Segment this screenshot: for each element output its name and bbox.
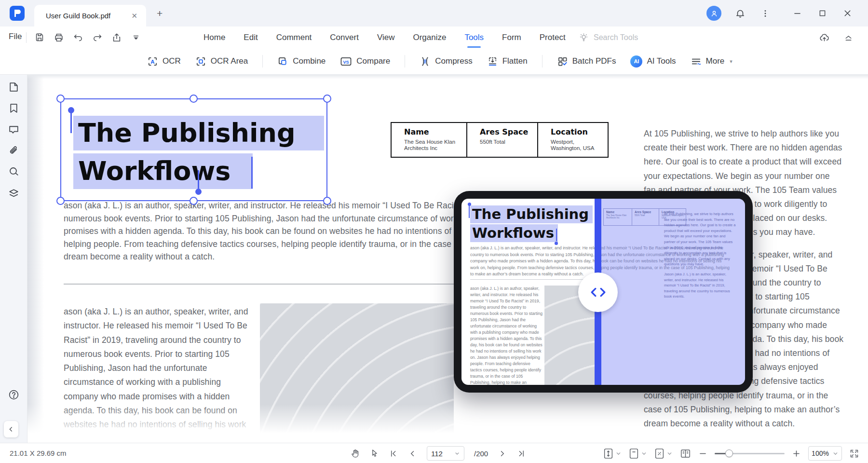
toolbar-collapse-icon[interactable]: [130, 31, 142, 44]
cloud-upload-icon[interactable]: [818, 31, 830, 44]
two-page-view-icon[interactable]: [680, 449, 691, 459]
menu-item-edit[interactable]: Edit: [243, 31, 258, 44]
page-number-field[interactable]: [431, 449, 451, 458]
minimize-button[interactable]: [791, 7, 803, 20]
menu-item-convert[interactable]: Convert: [329, 31, 360, 44]
tool-compress[interactable]: Compress: [420, 56, 472, 67]
menu-item-comment[interactable]: Comment: [275, 31, 313, 44]
maximize-button[interactable]: [816, 7, 828, 20]
selection-handle-s[interactable]: [190, 197, 198, 205]
select-tool-icon[interactable]: [370, 449, 380, 458]
table-cell: Location Westport,Washington, USA: [537, 123, 610, 157]
selection-box[interactable]: [60, 98, 327, 201]
fit-height-control[interactable]: [603, 448, 622, 460]
print-icon[interactable]: [53, 31, 65, 44]
kebab-menu-icon[interactable]: [759, 7, 772, 20]
notifications-bell-icon[interactable]: [734, 7, 746, 20]
text-line: promises with a hidden agenda. To this d…: [64, 225, 484, 238]
chevron-down-icon: ▾: [730, 58, 732, 65]
avatar[interactable]: [706, 6, 721, 21]
flatten-icon: [487, 56, 498, 67]
page-thumbnails-icon[interactable]: [8, 81, 20, 93]
selection-handle-se[interactable]: [323, 197, 331, 205]
ocr-area-icon: [195, 56, 206, 67]
chevron-down-icon: [641, 450, 647, 457]
divider: [262, 55, 263, 68]
divider: [26, 32, 27, 43]
comparison-slider-handle[interactable]: [578, 272, 618, 312]
tool-ai-tools[interactable]: AI AI Tools: [630, 55, 676, 68]
help-icon[interactable]: [8, 389, 20, 401]
search-icon[interactable]: [8, 165, 20, 177]
table-cell: Name The Sea House KlanArchitects Inc: [392, 123, 466, 157]
tool-flatten[interactable]: Flatten: [487, 56, 528, 67]
hand-tool-icon[interactable]: [350, 449, 360, 459]
search-tools-input[interactable]: [594, 33, 695, 42]
app-logo-icon[interactable]: [10, 6, 25, 21]
document-tab[interactable]: User Guild Book.pdf ✕: [34, 5, 146, 27]
comments-icon[interactable]: [8, 123, 20, 136]
undo-icon[interactable]: [72, 31, 84, 44]
last-page-icon[interactable]: [516, 449, 526, 458]
tool-ocr[interactable]: A OCR: [147, 56, 181, 67]
tool-combine[interactable]: Combine: [277, 56, 326, 67]
zoom-level-select[interactable]: 100%: [808, 446, 842, 461]
redo-icon[interactable]: [91, 31, 104, 44]
fullscreen-icon[interactable]: [849, 449, 859, 459]
ocr-icon: A: [147, 56, 158, 67]
bookmarks-icon[interactable]: [8, 102, 20, 114]
menu-item-protect[interactable]: Protect: [539, 31, 567, 44]
zoom-in-icon[interactable]: [792, 449, 801, 458]
text-line: helping people. From teaching defensive …: [64, 238, 484, 251]
menu-item-form[interactable]: Form: [501, 31, 522, 44]
menu-item-organize[interactable]: Organize: [412, 31, 447, 44]
zoom-slider[interactable]: [715, 449, 785, 457]
first-page-icon[interactable]: [389, 449, 398, 458]
selection-handle-n[interactable]: [190, 95, 198, 103]
zoom-out-icon[interactable]: [698, 449, 707, 458]
chevron-left-icon: [590, 287, 597, 297]
combine-icon: [277, 56, 288, 67]
close-button[interactable]: [841, 7, 854, 20]
chevron-down-icon: [615, 450, 622, 457]
fit-page-control[interactable]: [629, 448, 647, 460]
share-icon[interactable]: [110, 31, 123, 44]
page-dimensions-label: 21.01 X 29.69 cm: [10, 449, 67, 457]
layers-icon[interactable]: [8, 187, 20, 199]
save-icon[interactable]: [33, 31, 46, 44]
mini-gripper-stem: [469, 205, 470, 218]
tool-batch-pdfs[interactable]: Batch PDFs: [557, 56, 616, 67]
doc-divider-rule: [64, 284, 454, 285]
sidebar-collapse-button[interactable]: [4, 421, 18, 437]
selection-handle-ne[interactable]: [323, 95, 331, 103]
tool-ocr-area[interactable]: OCR Area: [195, 56, 248, 67]
selection-handle-sw[interactable]: [56, 197, 65, 205]
text-line: dream become a reality without a catch.: [64, 250, 484, 263]
selection-start-stem: [70, 113, 72, 133]
selection-end-stem: [198, 170, 199, 189]
selection-end-gripper[interactable]: [195, 189, 202, 195]
tab-close-icon[interactable]: ✕: [129, 11, 139, 21]
left-panel-sidebar: [0, 75, 27, 443]
menu-item-home[interactable]: Home: [203, 31, 226, 44]
previous-page-icon[interactable]: [408, 449, 417, 458]
document-canvas[interactable]: The Publishing Workflows Name The Sea Ho…: [27, 75, 868, 443]
page-number-input[interactable]: [427, 446, 464, 461]
collapse-ribbon-icon[interactable]: [842, 31, 854, 44]
attachments-icon[interactable]: [8, 145, 20, 157]
chevron-down-icon: [666, 450, 673, 457]
mini-heading-line1: The Publishing: [470, 205, 593, 223]
zoom-mode-control[interactable]: [654, 448, 673, 460]
zoom-slider-thumb[interactable]: [725, 449, 733, 457]
menu-item-tools[interactable]: Tools: [463, 31, 485, 44]
tool-compare[interactable]: VS Compare: [340, 56, 390, 67]
next-page-icon[interactable]: [498, 449, 507, 458]
divider: [405, 55, 405, 68]
mini-gripper-stem: [556, 229, 557, 241]
menu-file[interactable]: File: [9, 32, 22, 41]
menu-item-view[interactable]: View: [376, 31, 396, 44]
mini-left-column: ason (aka J. L.) is an author, speaker, …: [470, 286, 542, 385]
selection-handle-nw[interactable]: [56, 95, 65, 103]
tool-more[interactable]: More ▾: [691, 56, 732, 67]
new-tab-button[interactable]: +: [157, 8, 163, 19]
